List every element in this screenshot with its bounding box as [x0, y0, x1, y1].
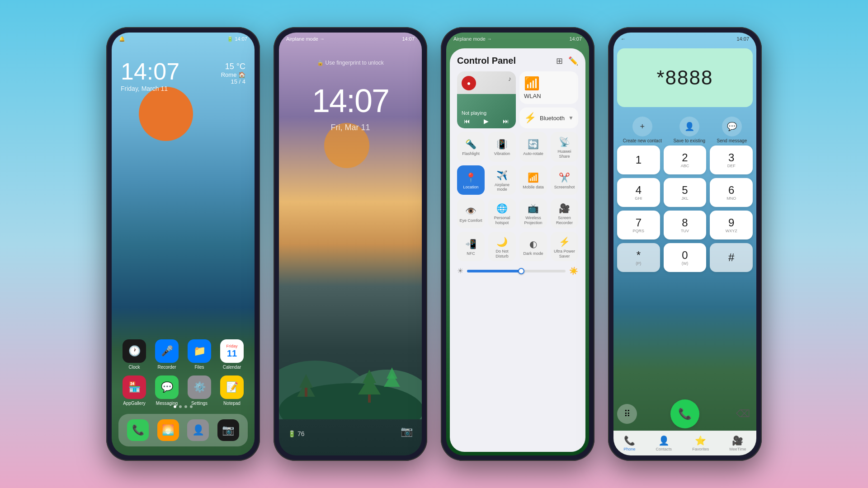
screenshot-icon: ✂️	[559, 172, 570, 183]
dnd-btn[interactable]: 🌙 Do Not Disturb	[488, 232, 516, 262]
key-8[interactable]: 8 TUV	[664, 211, 707, 239]
battery-pct: 76	[297, 430, 305, 437]
key-6[interactable]: 6 MNO	[710, 178, 753, 207]
app-recorder[interactable]: 🎤 Recorder	[153, 339, 180, 370]
digit-4: 4	[636, 185, 642, 196]
key-7[interactable]: 7 PQRS	[617, 211, 660, 239]
brightness-thumb[interactable]	[518, 268, 524, 274]
app-settings[interactable]: ⚙️ Settings	[186, 375, 213, 406]
dock-camera[interactable]: 📷	[217, 419, 239, 441]
grid-icon[interactable]: ⊞	[556, 56, 563, 66]
phone-4-dialer: ← 14:07 *8888 + Create new contact 👤 Sav…	[608, 27, 762, 461]
bluetooth-toggle[interactable]: ⚡ Bluetooth ▼	[519, 108, 578, 128]
dock-contacts[interactable]: 👤	[187, 419, 209, 441]
app-messaging[interactable]: 💬 Messaging	[153, 375, 180, 406]
airplane-icon: ✈️	[496, 170, 508, 181]
location-btn[interactable]: 📍 Location	[457, 165, 485, 195]
letter-6: MNO	[726, 196, 736, 201]
files-icon: 📁	[188, 339, 211, 363]
dark-mode-label: Dark mode	[523, 251, 543, 256]
vibration-btn[interactable]: 📳 Vibration	[488, 132, 516, 162]
screen-rec-label: Screen Recorder	[552, 216, 576, 225]
nfc-btn[interactable]: 📲 NFC	[457, 232, 485, 262]
flashlight-btn[interactable]: 🔦 Flashlight	[457, 132, 485, 162]
screenshot-btn[interactable]: ✂️ Screenshot	[551, 165, 578, 195]
app-calendar[interactable]: Friday 11 Calendar	[218, 339, 245, 370]
dialer-bottom-row: ⠿ 📞 ⌫	[617, 399, 753, 428]
brightness-track[interactable]	[467, 270, 566, 272]
wlan-toggle[interactable]: 📶 WLAN	[519, 71, 578, 104]
app-appgallery[interactable]: 🏪 AppGallery	[121, 375, 148, 406]
tab-favorites[interactable]: ⭐ Favorites	[692, 435, 709, 451]
call-button[interactable]: 📞	[670, 399, 699, 428]
hotspot-btn[interactable]: 🌐 Personal hotspot	[488, 198, 516, 228]
lock-camera-icon[interactable]: 📷	[401, 426, 413, 437]
play-button[interactable]: ▶	[484, 117, 489, 125]
dock-photos[interactable]: 🌅	[157, 419, 179, 441]
app-files[interactable]: 📁 Files	[186, 339, 213, 370]
media-player[interactable]: ● ♪ Not playing ⏮ ▶ ⏭	[457, 71, 516, 128]
notepad-icon: 📝	[220, 375, 244, 399]
mobile-data-btn[interactable]: 📶 Mobile data	[519, 165, 547, 195]
cp-airplane-label: Airplane mode →	[453, 36, 492, 42]
dialpad-toggle[interactable]: ⠿	[617, 404, 637, 424]
create-contact-action[interactable]: + Create new contact	[623, 117, 662, 143]
brightness-control[interactable]: ☀ ☀️	[457, 265, 578, 277]
wireless-proj-btn[interactable]: 📺 Wireless Projection	[519, 198, 547, 228]
letter-4: GHI	[635, 196, 642, 201]
screenshot-label: Screenshot	[554, 185, 575, 190]
key-1[interactable]: 1	[617, 145, 660, 174]
tab-phone[interactable]: 📞 Phone	[624, 435, 636, 451]
airplane-mode-btn[interactable]: ✈️ Airplane mode	[488, 165, 516, 195]
power-saver-btn[interactable]: ⚡ Ultra Power Saver	[551, 232, 578, 262]
contacts-tab-label: Contacts	[656, 447, 672, 451]
save-existing-action[interactable]: 👤 Save to existing	[673, 117, 705, 143]
dark-mode-btn[interactable]: ◐ Dark mode	[519, 232, 547, 262]
send-message-action[interactable]: 💬 Send message	[717, 117, 747, 143]
dialer-number: *8888	[656, 66, 713, 89]
cp-top-row: ● ♪ Not playing ⏮ ▶ ⏭ 📶 WLAN	[457, 71, 578, 128]
eye-comfort-btn[interactable]: 👁️ Eye Comfort	[457, 198, 485, 228]
key-0[interactable]: 0 (W)	[664, 243, 707, 272]
tab-meetime[interactable]: 🎥 MeeTime	[729, 435, 746, 451]
auto-rotate-btn[interactable]: 🔄 Auto-rotate	[519, 132, 547, 162]
digit-9: 9	[728, 217, 734, 228]
key-4[interactable]: 4 GHI	[617, 178, 660, 207]
dock-phone[interactable]: 📞	[127, 419, 149, 441]
media-record-icon: ●	[462, 76, 476, 90]
flashlight-label: Flashlight	[462, 151, 480, 156]
edit-icon[interactable]: ✏️	[568, 56, 578, 66]
bt-chevron-icon: ▼	[568, 115, 574, 121]
next-button[interactable]: ⏭	[503, 117, 509, 125]
wireless-proj-icon: 📺	[528, 203, 539, 214]
app-grid: 🕐 Clock 🎤 Recorder 📁 Files Friday 11 Cal…	[121, 339, 245, 370]
huawei-share-btn[interactable]: 📡 Huawei Share	[551, 132, 578, 162]
key-star[interactable]: * (P)	[617, 243, 660, 272]
app-clock[interactable]: 🕐 Clock	[121, 339, 148, 370]
cp-grid-row3: 👁️ Eye Comfort 🌐 Personal hotspot 📺 Wire…	[457, 198, 578, 228]
sun-decoration	[139, 87, 193, 141]
key-3[interactable]: 3 DEF	[710, 145, 753, 174]
key-9[interactable]: 9 WXYZ	[710, 211, 753, 239]
prev-button[interactable]: ⏮	[464, 117, 470, 125]
delete-button[interactable]: ⌫	[733, 404, 753, 424]
save-existing-icon: 👤	[679, 117, 699, 136]
key-5[interactable]: 5 JKL	[664, 178, 707, 207]
clock-icon: 🕐	[123, 339, 146, 363]
app-notepad[interactable]: 📝 Notepad	[218, 375, 245, 406]
screen-recorder-btn[interactable]: 🎥 Screen Recorder	[551, 198, 578, 228]
dnd-label: Do Not Disturb	[490, 249, 514, 259]
media-controls: ⏮ ▶ ⏭	[457, 117, 516, 125]
tab-contacts[interactable]: 👤 Contacts	[656, 435, 672, 451]
nfc-label: NFC	[467, 251, 475, 256]
dialer-status-left: ←	[621, 36, 626, 42]
digit-2: 2	[682, 152, 688, 163]
favorites-tab-icon: ⭐	[695, 435, 706, 446]
key-hash[interactable]: #	[710, 243, 753, 272]
files-label: Files	[194, 365, 204, 370]
nfc-icon: 📲	[465, 239, 476, 249]
dialer-display: *8888	[617, 48, 753, 107]
page-dots	[174, 405, 193, 408]
key-2[interactable]: 2 ABC	[664, 145, 707, 174]
control-panel-overlay: Control Panel ⊞ ✏️ ● ♪ Not playing	[450, 48, 585, 452]
